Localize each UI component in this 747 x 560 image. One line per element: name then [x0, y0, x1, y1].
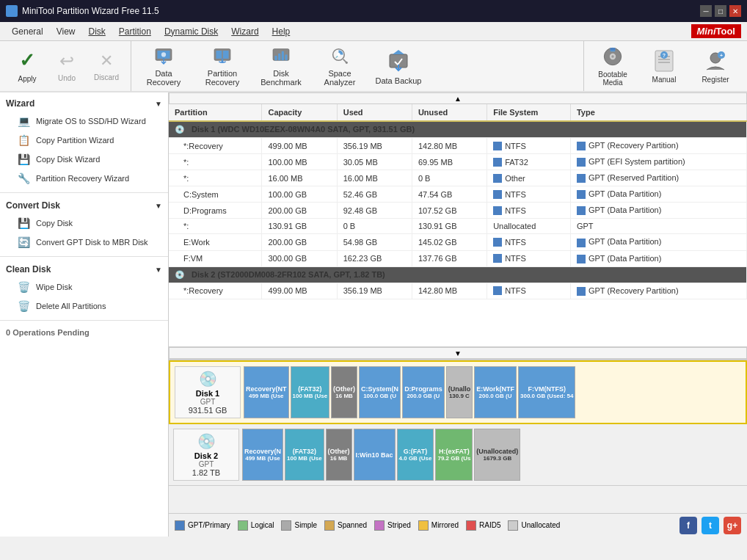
- svg-point-6: [221, 60, 223, 62]
- table-row[interactable]: *:100.00 MB30.05 MB69.95 MBFAT32GPT (EFI…: [169, 154, 747, 170]
- disk-icon: 💿: [175, 270, 185, 280]
- partition-block[interactable]: H:(exFAT)79.2 GB (Us: [435, 429, 473, 481]
- sidebar-item-copy-disk-2[interactable]: 💾 Copy Disk: [0, 214, 168, 233]
- maximize-button[interactable]: □: [715, 5, 726, 17]
- type-indicator: [577, 255, 586, 263]
- table-row[interactable]: *:Recovery499.00 MB356.19 MB142.80 MBNTF…: [169, 283, 747, 299]
- close-button[interactable]: ✕: [729, 5, 741, 17]
- partition-block-size: 200.0 GB (U: [407, 393, 440, 399]
- twitter-icon[interactable]: t: [702, 517, 719, 534]
- partition-block[interactable]: E:Work(NTF200.0 GB (U: [474, 366, 517, 418]
- table-row[interactable]: E:Work200.00 GB54.98 GB145.02 GBNTFSGPT …: [169, 234, 747, 250]
- partition-table-wrapper[interactable]: Partition Capacity Used Unused File Syst…: [169, 104, 747, 347]
- svg-rect-8: [274, 56, 277, 60]
- menu-general[interactable]: General: [6, 25, 49, 38]
- sidebar-item-copy-partition[interactable]: 📋 Copy Partition Wizard: [0, 131, 168, 150]
- partition-block[interactable]: (Other)16 MB: [331, 366, 357, 418]
- sidebar-item-partition-recovery[interactable]: 🔧 Partition Recovery Wizard: [0, 169, 168, 188]
- googleplus-icon[interactable]: g+: [724, 517, 741, 534]
- sidebar-item-migrate-os[interactable]: 💻 Migrate OS to SSD/HD Wizard: [0, 112, 168, 131]
- space-analyzer-button[interactable]: Space Analyzer: [310, 41, 369, 91]
- table-row[interactable]: D:Programs200.00 GB92.48 GB107.52 GBNTFS…: [169, 203, 747, 219]
- legend-color-box: [281, 520, 291, 531]
- data-backup-icon: [385, 47, 412, 73]
- scroll-down-arrow[interactable]: ▼: [169, 347, 747, 359]
- manual-button[interactable]: ? Manual: [638, 41, 690, 91]
- disk-benchmark-button[interactable]: Disk Benchmark: [252, 41, 310, 91]
- sidebar-item-wipe-disk[interactable]: 🗑️ Wipe Disk: [0, 277, 168, 297]
- partition-block[interactable]: (Unallocated)1679.3 GB: [474, 429, 520, 481]
- toolbar-secondary-group: Data Recovery Partition Recovery: [131, 41, 583, 91]
- data-recovery-button[interactable]: Data Recovery: [134, 41, 193, 91]
- partition-table: Partition Capacity Used Unused File Syst…: [169, 104, 747, 299]
- wizard-section-header[interactable]: Wizard ▼: [0, 95, 168, 112]
- sidebar-item-delete-partitions[interactable]: 🗑️ Delete All Partitions: [0, 297, 168, 316]
- svg-rect-21: [611, 48, 616, 50]
- disk-map-area[interactable]: 💿 Disk 1 GPT 931.51 GB Recovery(NT499 MB…: [169, 359, 747, 513]
- menu-disk[interactable]: Disk: [83, 25, 112, 38]
- partition-block[interactable]: (FAT32)100 MB (Use: [291, 366, 330, 418]
- manual-icon: ?: [652, 49, 676, 73]
- fs-indicator: [493, 238, 502, 247]
- menu-help[interactable]: Help: [266, 25, 296, 38]
- partition-block[interactable]: (FAT32)100 MB (Use: [285, 429, 324, 481]
- migrate-os-icon: 💻: [18, 115, 30, 127]
- partition-block[interactable]: Recovery(NT499 MB (Use: [244, 366, 289, 418]
- legend-item: Striped: [374, 520, 411, 531]
- partition-block-name: E:Work(NTF: [476, 385, 514, 393]
- convert-disk-section-header[interactable]: Convert Disk ▼: [0, 197, 168, 214]
- minimize-button[interactable]: ─: [700, 5, 712, 17]
- table-row[interactable]: *:16.00 MB16.00 MB0 BOtherGPT (Reserved …: [169, 170, 747, 186]
- table-row[interactable]: *:Recovery499.00 MB356.19 MB142.80 MBNTF…: [169, 138, 747, 154]
- partition-block[interactable]: D:Programs200.0 GB (U: [402, 366, 445, 418]
- disk-header-row[interactable]: 💿 Disk 1 (WDC WD10EZEX-08WN4A0 SATA, GPT…: [169, 121, 747, 138]
- apply-button[interactable]: ✓ Apply: [9, 45, 45, 87]
- partition-block[interactable]: G:(FAT)4.0 GB (Use: [397, 429, 434, 481]
- partition-block[interactable]: Recovery(N499 MB (Use: [242, 429, 283, 481]
- menu-wizard[interactable]: Wizard: [225, 25, 264, 38]
- legend-label: GPT/Primary: [188, 521, 230, 529]
- sidebar-item-copy-disk-2-label: Copy Disk: [36, 219, 73, 228]
- scroll-up-arrow[interactable]: ▲: [169, 92, 747, 104]
- discard-button[interactable]: ✕ Discard: [88, 47, 125, 86]
- partition-block[interactable]: I:Win10 Bac: [354, 429, 396, 481]
- disk-header-row[interactable]: 💿 Disk 2 (ST2000DM008-2FR102 SATA, GPT, …: [169, 266, 747, 283]
- sidebar-item-delete-partitions-label: Delete All Partitions: [36, 302, 106, 310]
- register-button[interactable]: + Register: [690, 41, 741, 91]
- partition-block-size: 499 MB (Use: [249, 393, 284, 399]
- partition-block[interactable]: (Other)16 MB: [326, 429, 352, 481]
- disk-map-row[interactable]: 💿 Disk 1 GPT 931.51 GB Recovery(NT499 MB…: [169, 360, 747, 424]
- partition-block-name: (FAT32): [287, 448, 322, 455]
- partition-block[interactable]: (Unallo130.9 C: [446, 366, 473, 418]
- facebook-icon[interactable]: f: [679, 517, 697, 534]
- menu-view[interactable]: View: [51, 25, 81, 38]
- toolbar: ✓ Apply ↩ Undo ✕ Discard Data Recovery: [0, 41, 747, 92]
- partition-recovery-button[interactable]: Partition Recovery: [193, 41, 252, 91]
- partition-blocks: Recovery(NT499 MB (Use(FAT32)100 MB (Use…: [244, 366, 741, 418]
- copy-partition-icon: 📋: [18, 134, 30, 146]
- table-row[interactable]: *:130.91 GB0 B130.91 GBUnallocatedGPT: [169, 219, 747, 234]
- disk-map-row[interactable]: 💿 Disk 2 GPT 1.82 TB Recovery(N499 MB (U…: [169, 424, 747, 486]
- data-backup-button[interactable]: Data Backup: [369, 41, 428, 91]
- apply-icon: ✓: [19, 49, 35, 72]
- menu-partition[interactable]: Partition: [113, 25, 157, 38]
- col-capacity: Capacity: [262, 104, 337, 121]
- sidebar-item-migrate-os-label: Migrate OS to SSD/HD Wizard: [36, 117, 146, 126]
- partition-block-size: 130.9 C: [449, 393, 470, 399]
- sidebar-item-convert-gpt[interactable]: 🔄 Convert GPT Disk to MBR Disk: [0, 233, 168, 252]
- menu-dynamic-disk[interactable]: Dynamic Disk: [158, 25, 224, 38]
- partition-block[interactable]: C:System(N100.0 GB (U: [359, 366, 401, 418]
- table-row[interactable]: C:System100.00 GB52.46 GB47.54 GBNTFSGPT…: [169, 186, 747, 203]
- type-indicator: [577, 206, 586, 215]
- clean-disk-section-header[interactable]: Clean Disk ▼: [0, 261, 168, 277]
- undo-button[interactable]: ↩ Undo: [48, 46, 85, 87]
- disk-img-icon: 💿: [197, 432, 216, 450]
- copy-disk-icon: 💾: [18, 153, 30, 165]
- bootable-media-button[interactable]: Bootable Media: [587, 41, 638, 91]
- table-row[interactable]: F:VM300.00 GB162.23 GB137.76 GBNTFSGPT (…: [169, 250, 747, 266]
- convert-disk-section: Convert Disk ▼ 💾 Copy Disk 🔄 Convert GPT…: [0, 194, 168, 255]
- sidebar-item-copy-disk[interactable]: 💾 Copy Disk Wizard: [0, 150, 168, 169]
- menu-items: General View Disk Partition Dynamic Disk…: [6, 25, 296, 38]
- disk-info-box: 💿 Disk 2 GPT 1.82 TB: [173, 429, 239, 481]
- partition-block[interactable]: F:VM(NTFS)300.0 GB (Used: 54: [518, 366, 575, 418]
